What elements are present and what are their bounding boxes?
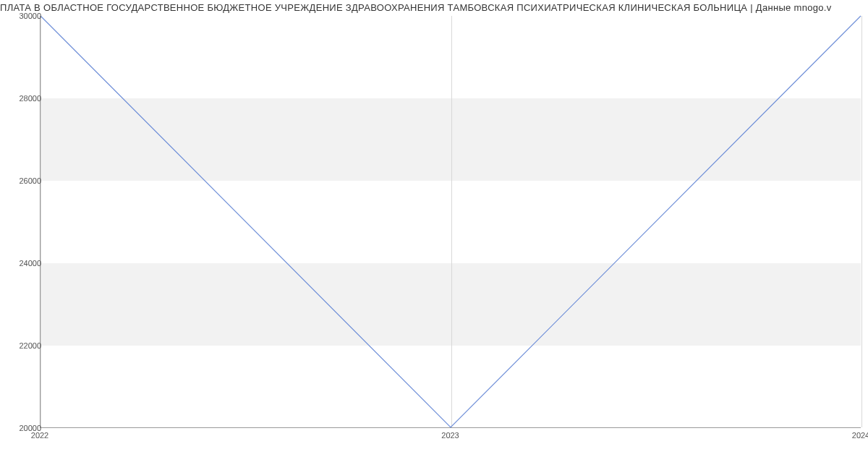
chart-line — [41, 16, 861, 427]
x-tick-label: 2023 — [441, 431, 459, 440]
y-tick-label: 24000 — [19, 259, 41, 268]
y-tick-label: 30000 — [19, 12, 41, 20]
plot-region — [40, 16, 861, 428]
gridline-vertical — [861, 16, 862, 427]
chart-title: ПЛАТА В ОБЛАСТНОЕ ГОСУДАРСТВЕННОЕ БЮДЖЕТ… — [0, 2, 831, 13]
x-tick-label: 2022 — [31, 431, 48, 440]
y-tick-label: 26000 — [19, 176, 41, 185]
chart-area — [40, 16, 861, 428]
y-tick-label: 22000 — [19, 341, 41, 350]
y-tick-label: 28000 — [19, 94, 41, 103]
x-tick-label: 2024 — [852, 431, 868, 440]
